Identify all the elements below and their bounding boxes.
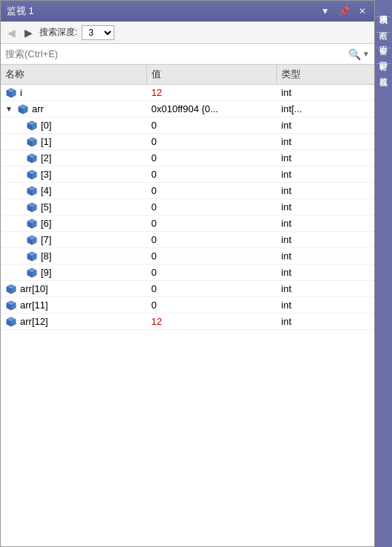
value-cell: 0 bbox=[147, 199, 277, 216]
table-row[interactable]: [5]0int bbox=[1, 199, 374, 216]
title-bar-left: 监视 1 bbox=[7, 4, 34, 18]
variable-name: arr[10] bbox=[20, 283, 48, 294]
variable-icon bbox=[26, 169, 38, 180]
variable-name: [9] bbox=[41, 267, 51, 278]
type-cell: int bbox=[277, 281, 374, 297]
variable-icon bbox=[5, 284, 17, 294]
value-cell: 0 bbox=[147, 281, 277, 297]
name-cell: arr[10] bbox=[1, 281, 147, 297]
variable-icon bbox=[26, 219, 38, 229]
expand-arrow[interactable]: ▼ bbox=[5, 105, 13, 113]
table-row[interactable]: [1]0int bbox=[1, 134, 374, 150]
name-cell: [0] bbox=[1, 117, 147, 134]
variable-icon bbox=[26, 120, 38, 131]
table-row[interactable]: arr[12]12int bbox=[1, 314, 374, 330]
watch-table-container[interactable]: 名称 值 类型 i12int▼ arr0x010ff904 {0...int[.… bbox=[1, 65, 374, 546]
table-row[interactable]: arr[11]0int bbox=[1, 297, 374, 314]
type-cell: int bbox=[277, 183, 374, 199]
depth-select[interactable]: 3 1 2 4 5 10 bbox=[82, 25, 114, 40]
value-cell: 0 bbox=[147, 150, 277, 166]
depth-label: 搜索深度: bbox=[39, 26, 77, 39]
table-row[interactable]: [3]0int bbox=[1, 166, 374, 183]
name-cell: [1] bbox=[1, 134, 147, 150]
table-row[interactable]: [2]0int bbox=[1, 150, 374, 166]
name-cell: ▼ arr bbox=[1, 101, 147, 117]
search-dropdown-icon[interactable]: ▼ bbox=[362, 50, 370, 58]
back-button[interactable]: ◀ bbox=[5, 27, 18, 39]
type-cell: int[... bbox=[277, 101, 374, 117]
side-panel: 调用堆栈 断点 命令窗口 即时窗口 监视器 bbox=[375, 0, 392, 547]
variable-icon bbox=[26, 251, 38, 262]
type-cell: int bbox=[277, 166, 374, 183]
name-cell: [6] bbox=[1, 216, 147, 232]
side-tab-breakpoints[interactable]: 断点 bbox=[376, 19, 391, 30]
type-cell: int bbox=[277, 248, 374, 265]
name-cell: [5] bbox=[1, 199, 147, 216]
title-bar: 监视 1 ▼ 📌 ✕ bbox=[1, 1, 374, 22]
table-row[interactable]: [6]0int bbox=[1, 216, 374, 232]
variable-name: [8] bbox=[41, 250, 51, 262]
table-row[interactable]: i12int bbox=[1, 85, 374, 101]
name-cell: arr[12] bbox=[1, 314, 147, 330]
side-tab-watch[interactable]: 监视器 bbox=[376, 65, 391, 77]
side-tab-callstack[interactable]: 调用堆栈 bbox=[376, 3, 391, 15]
table-row[interactable]: [7]0int bbox=[1, 232, 374, 248]
table-row[interactable]: arr[10]0int bbox=[1, 281, 374, 297]
table-row[interactable]: [4]0int bbox=[1, 183, 374, 199]
col-header-name: 名称 bbox=[1, 65, 147, 85]
side-tab-immediate[interactable]: 即时窗口 bbox=[376, 50, 391, 62]
value-cell: 12 bbox=[147, 85, 277, 101]
value-cell: 0 bbox=[147, 265, 277, 281]
table-header-row: 名称 值 类型 bbox=[1, 65, 374, 85]
side-divider-1 bbox=[376, 16, 390, 17]
variable-icon bbox=[26, 268, 38, 278]
name-cell: [4] bbox=[1, 183, 147, 199]
title-bar-controls: ▼ 📌 ✕ bbox=[318, 6, 368, 16]
variable-name: i bbox=[20, 87, 22, 98]
type-cell: int bbox=[277, 117, 374, 134]
dropdown-btn[interactable]: ▼ bbox=[318, 6, 332, 16]
type-cell: int bbox=[277, 150, 374, 166]
table-row[interactable]: [9]0int bbox=[1, 265, 374, 281]
table-row[interactable]: ▼ arr0x010ff904 {0...int[... bbox=[1, 101, 374, 117]
type-cell: int bbox=[277, 265, 374, 281]
close-btn[interactable]: ✕ bbox=[356, 6, 368, 16]
value-cell: 0 bbox=[147, 216, 277, 232]
variable-icon bbox=[26, 186, 38, 196]
table-row[interactable]: [8]0int bbox=[1, 248, 374, 265]
value-cell: 0 bbox=[147, 134, 277, 150]
window-title: 监视 1 bbox=[7, 4, 34, 18]
name-cell: [9] bbox=[1, 265, 147, 281]
name-cell: i bbox=[1, 85, 147, 101]
search-input[interactable] bbox=[5, 48, 345, 59]
pin-btn[interactable]: 📌 bbox=[336, 6, 352, 16]
value-cell: 0 bbox=[147, 232, 277, 248]
value-cell: 0x010ff904 {0... bbox=[147, 101, 277, 117]
variable-name: [2] bbox=[41, 152, 51, 164]
variable-name: arr[12] bbox=[20, 316, 48, 327]
table-row[interactable]: [0]0int bbox=[1, 117, 374, 134]
name-cell: [3] bbox=[1, 166, 147, 183]
side-divider-3 bbox=[376, 48, 390, 48]
name-cell: [7] bbox=[1, 232, 147, 248]
variable-name: [5] bbox=[41, 201, 51, 213]
col-header-value: 值 bbox=[147, 65, 277, 85]
side-tab-command[interactable]: 命令窗口 bbox=[376, 34, 391, 46]
variable-icon bbox=[26, 202, 38, 213]
side-divider-4 bbox=[376, 63, 390, 64]
variable-icon bbox=[5, 317, 17, 327]
toolbar: ◀ ▶ 搜索深度: 3 1 2 4 5 10 bbox=[1, 22, 374, 44]
type-cell: int bbox=[277, 232, 374, 248]
type-cell: int bbox=[277, 297, 374, 314]
name-cell: [8] bbox=[1, 248, 147, 265]
type-cell: int bbox=[277, 134, 374, 150]
name-cell: arr[11] bbox=[1, 297, 147, 314]
forward-button[interactable]: ▶ bbox=[22, 27, 35, 39]
variable-name: arr[11] bbox=[20, 300, 48, 311]
variable-name: [6] bbox=[41, 218, 51, 229]
value-cell: 0 bbox=[147, 183, 277, 199]
search-bar: 🔍 ▼ bbox=[1, 44, 374, 65]
variable-icon bbox=[5, 88, 17, 98]
variable-name: arr bbox=[32, 103, 44, 114]
variable-name: [1] bbox=[41, 136, 51, 147]
